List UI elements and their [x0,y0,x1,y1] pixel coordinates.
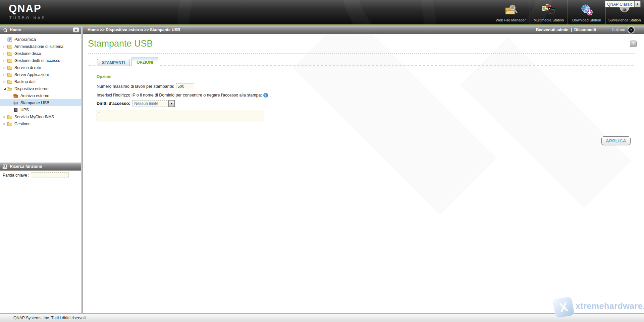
breadcrumb: Home >> Dispositivo esterno >> Stampante… [88,27,180,32]
background-shape [293,26,497,215]
breadcrumb-bar: Home >> Dispositivo esterno >> Stampante… [83,26,644,34]
collapsed-arrow-icon[interactable]: ▷ [3,45,6,48]
tree-item-amministrazione[interactable]: ▷ Amministrazione di sistema [0,43,81,50]
theme-select[interactable]: QNAP Classic ▼ [605,1,641,7]
surveillance-station-label: Surveillance Station [608,18,641,22]
search-icon [2,164,7,169]
info-icon[interactable]: i [263,93,268,98]
options-group-border: Opzioni [91,77,635,77]
max-jobs-row: Numero massimo di lavori per stampante: [97,83,194,89]
tree-item-label: Server Applicazioni [14,72,49,77]
tree-item-servizio-di-rete[interactable]: ▷ Servizio di rete [0,64,81,71]
expanded-arrow-icon[interactable]: ◢ [3,87,6,90]
tree-item-server-applicazioni[interactable]: ▷ Server Applicazioni [0,71,81,78]
tree-item-panoramica[interactable]: Panoramica [0,36,81,43]
language-label: Italiano [612,27,625,32]
open-folder-icon [7,86,12,91]
sidebar-collapse-button[interactable]: « [73,27,79,33]
tree-item-backup-dati[interactable]: ▷ Backup dati [0,78,81,85]
tree-item-label: Panoramica [14,37,36,42]
web-file-manager-shortcut[interactable]: Web File Manager [492,0,530,24]
tree-item-archivio-esterno[interactable]: Archivio esterno [0,92,81,99]
tree-item-ups[interactable]: UPS [0,106,81,113]
download-station-label: Download Station [572,18,601,22]
theme-dropdown-icon[interactable]: ▼ [634,1,641,7]
tree-item-label: Gestione [14,122,31,126]
collapsed-arrow-icon[interactable]: ▷ [3,73,6,76]
multimedia-station-label: Multimedia Station [534,18,564,22]
download-station-shortcut[interactable]: Download Station [568,0,605,24]
access-hint-row: Inserisci l'indirizzo IP o il nome di Do… [97,93,268,98]
theme-selected-value: QNAP Classic [605,2,634,7]
select-dropdown-icon[interactable]: ▼ [168,100,175,107]
keyword-row: Parola chiave : [3,172,69,178]
folder-icon [7,65,12,70]
access-rights-label: Diritti d'accesso: [97,101,130,106]
tree-item-label: Gestione diritti di accesso [14,58,60,63]
tree-item-stampante-usb[interactable]: Stampante USB [0,99,81,106]
welcome-text: Benvenuti admin [536,27,569,32]
folder-icon [7,51,12,56]
tab-opzioni[interactable]: OPZIONI [131,57,158,66]
collapsed-arrow-icon[interactable]: ▷ [3,115,6,118]
tree-item-gestione-disco[interactable]: ▷ Gestione disco [0,50,81,57]
web-file-manager-label: Web File Manager [496,18,526,22]
home-icon [3,27,8,33]
max-jobs-label: Numero massimo di lavori per stampante: [97,84,174,89]
external-storage-icon [13,93,18,99]
download-station-icon [579,3,594,18]
copyright-text: QNAP Systems, Inc. Tutti i diritti riser… [13,316,86,320]
xtremehardware-logo: X [552,296,575,318]
background-shape [460,38,631,208]
options-legend: Opzioni [95,74,113,79]
nav-tree: Panoramica ▷ Amministrazione di sistema … [0,36,81,127]
access-rights-row: Diritti d'accesso: Nessun limite ▼ [97,100,175,107]
collapsed-arrow-icon[interactable]: ▷ [3,80,6,83]
main-content: Home >> Dispositivo esterno >> Stampante… [83,26,644,313]
xtremehardware-watermark-text: xtremehardware.com [576,301,644,311]
folder-icon [7,114,12,120]
help-button[interactable]: ? [630,41,637,47]
tree-item-label: Dispositivo esterno [14,86,48,91]
function-search-bar: Ricerca funzione [0,163,81,171]
ups-icon [13,107,18,113]
multimedia-station-shortcut[interactable]: Multimedia Station [530,0,568,24]
max-jobs-input[interactable] [176,83,194,89]
tree-item-label: Stampante USB [20,101,49,105]
language-dropdown-icon[interactable]: ▼ [628,27,634,33]
apply-button[interactable]: APPLICA [601,136,631,145]
tree-item-gestione[interactable]: ▷ Gestione [0,120,81,127]
access-hint-label: Inserisci l'indirizzo IP o il nome di Do… [97,93,262,98]
web-file-manager-icon [503,3,519,18]
tree-item-label: Archivio esterno [20,93,49,98]
ip-list-textarea[interactable]: * [97,110,264,122]
page-title: Stampante USB [88,39,153,49]
qnap-logo: QNAP [9,3,42,15]
divider: | [571,27,572,32]
folder-icon [7,44,12,49]
tree-item-dispositivo-esterno[interactable]: ◢ Dispositivo esterno [0,85,81,92]
tree-item-label: Servizio MyCloudNAS [14,115,54,119]
collapsed-arrow-icon[interactable]: ▷ [3,122,6,125]
sidebar-title: Home [10,27,21,32]
tree-item-label: UPS [20,108,29,112]
collapsed-arrow-icon[interactable]: ▷ [3,52,6,55]
tree-item-label: Gestione disco [14,51,41,56]
tree-item-label: Backup dati [14,79,36,84]
panel-bottom-border [83,129,644,129]
folder-icon [7,58,12,63]
tree-item-gestione-diritti[interactable]: ▷ Gestione diritti di accesso [0,57,81,64]
overview-icon [7,37,12,42]
logout-link[interactable]: Disconnetti [574,27,596,32]
function-search-title: Ricerca funzione [10,164,42,169]
sidebar: Home « Panoramica ▷ Amministrazione di s… [0,26,81,313]
access-rights-select[interactable]: Nessun limite ▼ [132,100,175,107]
keyword-input[interactable] [31,172,69,178]
collapsed-arrow-icon[interactable]: ▷ [3,59,6,62]
tab-bar: STAMPANTI OPZIONI [97,57,158,66]
tab-stampanti[interactable]: STAMPANTI [97,59,130,66]
folder-icon [7,79,12,84]
tree-item-servizio-mycloudnas[interactable]: ▷ Servizio MyCloudNAS [0,113,81,120]
collapsed-arrow-icon[interactable]: ▷ [3,66,6,69]
folder-icon [7,121,12,127]
